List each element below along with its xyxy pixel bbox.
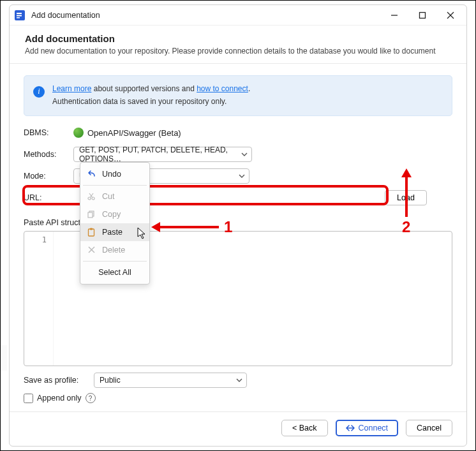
editor-gutter: 1 [24, 232, 54, 366]
annotated-screenshot-frame: Add documentation Add documentation Add … [0, 0, 476, 451]
svg-rect-1 [17, 15, 22, 16]
ctx-cut: Cut [80, 188, 149, 205]
svg-rect-0 [17, 13, 22, 14]
ctx-delete-label: Delete [102, 246, 125, 255]
scissors-icon [87, 193, 96, 200]
connect-button[interactable]: Connect [336, 420, 399, 436]
svg-rect-2 [17, 17, 20, 18]
info-icon: i [33, 86, 45, 98]
svg-rect-14 [90, 228, 93, 230]
append-only-checkbox[interactable] [24, 394, 33, 403]
dbms-value-wrap: OpenAPI/Swagger (Beta) [73, 128, 452, 138]
append-only-row: Append only ? [24, 393, 452, 403]
ctx-undo[interactable]: Undo [80, 165, 149, 183]
methods-value: GET, POST, PUT, PATCH, DELETE, HEAD, OPT… [79, 145, 237, 163]
ctx-cut-label: Cut [102, 192, 114, 201]
dbms-label: DBMS: [24, 128, 73, 137]
background-decoration [1, 294, 7, 422]
copy-icon [87, 211, 96, 218]
info-line-2: Authentication data is saved in your rep… [52, 95, 443, 108]
save-profile-label: Save as profile: [24, 376, 87, 385]
info-line-1: Learn more about supported versions and … [52, 82, 443, 95]
connect-icon [346, 424, 355, 432]
append-only-label: Append only [37, 394, 82, 403]
ctx-selectall-label: Select All [98, 268, 131, 277]
maximize-button[interactable] [412, 7, 433, 24]
ctx-delete: Delete [80, 241, 149, 259]
svg-rect-12 [88, 212, 93, 218]
ctx-separator [83, 185, 147, 186]
close-button[interactable] [440, 7, 461, 24]
methods-row: Methods: GET, POST, PUT, PATCH, DELETE, … [24, 147, 452, 162]
methods-select[interactable]: GET, POST, PUT, PATCH, DELETE, HEAD, OPT… [73, 147, 252, 162]
url-label: URL: [24, 193, 73, 202]
ctx-separator [83, 261, 147, 262]
load-button[interactable]: Load [385, 190, 427, 205]
window-title: Add documentation [31, 11, 377, 20]
page-subtitle: Add new documentation to your repository… [25, 47, 451, 57]
info-mid-text: about supported versions and [91, 84, 197, 93]
page-title: Add documentation [25, 33, 451, 44]
mode-label: Mode: [24, 172, 73, 181]
ctx-paste[interactable]: Paste [80, 223, 149, 241]
openapi-icon [73, 128, 84, 138]
back-button[interactable]: < Back [281, 420, 328, 436]
profile-value: Public [100, 376, 121, 385]
ctx-paste-label: Paste [102, 228, 123, 237]
delete-icon [87, 246, 96, 253]
chevron-down-icon [239, 173, 245, 179]
dialog-header: Add documentation Add new documentation … [10, 26, 466, 64]
context-menu[interactable]: Undo Cut Copy [80, 162, 150, 285]
dialog-window: Add documentation Add documentation Add … [9, 4, 467, 447]
chevron-down-icon [236, 377, 242, 383]
paste-icon [87, 228, 96, 237]
undo-icon [87, 170, 96, 178]
how-to-connect-link[interactable]: how to connect [197, 84, 248, 93]
svg-rect-4 [420, 12, 426, 18]
save-profile-row: Save as profile: Public [24, 373, 452, 388]
ctx-copy-label: Copy [102, 210, 121, 219]
dbms-row: DBMS: OpenAPI/Swagger (Beta) [24, 125, 452, 140]
cancel-button[interactable]: Cancel [406, 420, 452, 436]
dialog-body: i Learn more about supported versions an… [10, 64, 466, 411]
ctx-undo-label: Undo [102, 170, 121, 179]
line-number: 1 [24, 235, 47, 244]
dbms-value: OpenAPI/Swagger (Beta) [87, 128, 181, 138]
dialog-footer: < Back Connect Cancel [10, 411, 466, 446]
app-icon [15, 10, 25, 20]
ctx-copy: Copy [80, 205, 149, 223]
minimize-button[interactable] [383, 7, 405, 24]
info-banner: i Learn more about supported versions an… [24, 75, 452, 117]
svg-rect-13 [89, 229, 94, 236]
titlebar: Add documentation [10, 5, 466, 26]
connect-label: Connect [359, 424, 389, 433]
methods-label: Methods: [24, 150, 73, 159]
help-icon[interactable]: ? [86, 393, 96, 403]
learn-more-link[interactable]: Learn more [52, 84, 91, 93]
profile-select[interactable]: Public [94, 373, 247, 388]
ctx-select-all[interactable]: Select All [80, 263, 149, 281]
chevron-down-icon [241, 151, 248, 158]
